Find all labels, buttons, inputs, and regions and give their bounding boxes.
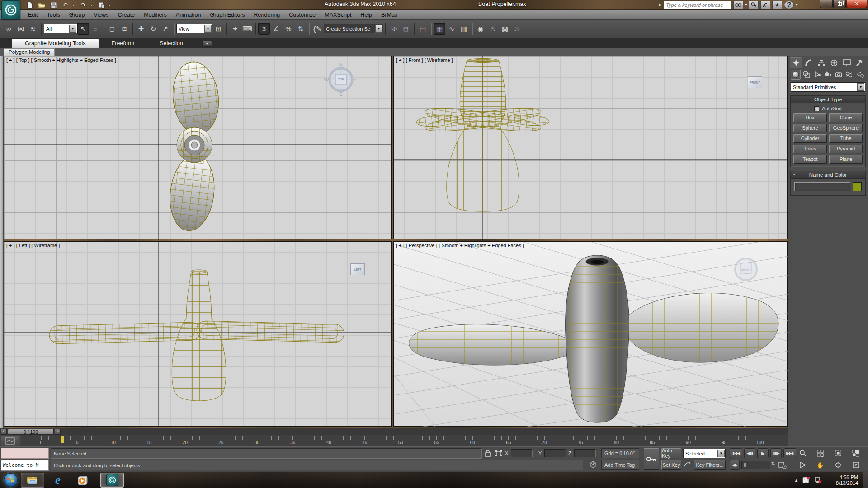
isometric-view-icon[interactable]: [590, 461, 597, 468]
redo-icon[interactable]: ↷: [79, 1, 88, 9]
bind-to-space-warp-icon[interactable]: ≋: [27, 23, 39, 35]
communication-center-icon[interactable]: [760, 1, 770, 9]
save-file-icon[interactable]: [49, 1, 58, 9]
viewport-perspective[interactable]: [ + ] [ Perspective ] [ Smooth + Highlig…: [393, 241, 788, 427]
viewcube-perspective[interactable]: FRONT: [731, 254, 761, 286]
window-crossing-icon[interactable]: ⊡: [118, 23, 130, 35]
viewport-left-label[interactable]: [ + ] [ Left ] [ Wireframe ]: [6, 243, 60, 248]
motion-tab-icon[interactable]: [828, 57, 840, 68]
key-filters-button[interactable]: Key Filters...: [694, 460, 726, 470]
cone-button[interactable]: Cone: [829, 113, 863, 122]
help-icon[interactable]: ?: [784, 1, 794, 9]
help-dropdown-icon[interactable]: ▾: [796, 3, 797, 7]
x-coordinate-field[interactable]: [511, 449, 533, 457]
geometry-category-icon[interactable]: [791, 70, 801, 80]
quick-render-icon[interactable]: ♨: [511, 23, 523, 35]
reference-coordinate-dropdown[interactable]: View▼: [176, 24, 212, 33]
play-button[interactable]: ▶: [757, 448, 769, 458]
minimize-button[interactable]: —: [820, 0, 833, 8]
select-by-name-icon[interactable]: ≡: [90, 23, 101, 35]
material-editor-icon[interactable]: ◉: [475, 23, 486, 35]
zoom-extents-icon[interactable]: [834, 448, 842, 458]
cylinder-button[interactable]: Cylinder: [793, 134, 827, 143]
add-time-tag[interactable]: Add Time Tag: [601, 460, 639, 470]
schematic-view-icon[interactable]: ▥: [458, 23, 470, 35]
project-folder-icon[interactable]: [97, 1, 106, 9]
favorites-star-icon[interactable]: ★: [772, 1, 782, 9]
maximize-viewport-icon[interactable]: [851, 460, 860, 470]
time-configuration-button[interactable]: [778, 461, 787, 469]
geosphere-button[interactable]: GeoSphere: [829, 124, 863, 132]
menu-modifiers[interactable]: Modifiers: [139, 11, 171, 19]
menu-maxscript[interactable]: MAXScript: [320, 11, 356, 19]
search-input[interactable]: [664, 1, 731, 9]
taskbar-3dsmax-button[interactable]: [100, 473, 124, 488]
spinner-snap-icon[interactable]: ⇅: [295, 23, 307, 35]
pan-hand-icon[interactable]: ✋: [816, 460, 825, 470]
redo-dropdown-icon[interactable]: ▾: [90, 3, 94, 7]
subscription-key-icon[interactable]: [749, 1, 759, 9]
plane-button[interactable]: Plane: [829, 155, 863, 164]
select-and-manipulate-icon[interactable]: ✦: [229, 23, 241, 35]
layer-manager-icon[interactable]: ▤: [417, 23, 429, 35]
display-tab-icon[interactable]: [840, 57, 853, 68]
select-object-icon[interactable]: ↖: [77, 23, 89, 35]
key-mode-toggle[interactable]: ◀▶: [730, 460, 740, 470]
hierarchy-tab-icon[interactable]: [815, 57, 827, 68]
object-name-field[interactable]: [794, 182, 850, 191]
menu-customize[interactable]: Customize: [284, 11, 320, 19]
primitive-category-dropdown[interactable]: Standard Primitives▼: [791, 82, 865, 92]
modify-tab-icon[interactable]: [802, 57, 815, 68]
viewcube-left-badge[interactable]: LEFT: [350, 263, 365, 275]
autogrid-checkbox[interactable]: [814, 106, 819, 111]
zoom-all-icon[interactable]: [816, 448, 825, 458]
menu-help[interactable]: Help: [356, 11, 377, 19]
viewport-front[interactable]: [ + ] [ Front ] [ Wireframe ] FRONT: [393, 56, 788, 239]
systems-category-icon[interactable]: [855, 70, 865, 80]
shapes-category-icon[interactable]: [802, 70, 811, 80]
select-and-link-icon[interactable]: ∞: [3, 23, 14, 35]
menu-rendering[interactable]: Rendering: [250, 11, 285, 19]
show-desktop-button[interactable]: [863, 472, 868, 488]
select-and-scale-icon[interactable]: ↗: [160, 23, 171, 35]
start-button[interactable]: [4, 473, 18, 487]
menu-group[interactable]: Group: [65, 11, 90, 19]
mirror-icon[interactable]: ◁▷: [388, 23, 400, 35]
cameras-category-icon[interactable]: [823, 70, 833, 80]
viewport-left[interactable]: [ + ] [ Left ] [ Wireframe ] LEFT: [4, 241, 392, 427]
render-setup-icon[interactable]: ♨: [487, 23, 499, 35]
percent-snap-icon[interactable]: %: [283, 23, 294, 35]
maxscript-listener-output[interactable]: Welcome to M: [1, 460, 49, 471]
object-type-rollout-header[interactable]: - Object Type: [791, 96, 865, 103]
menu-brmax[interactable]: BrMax: [377, 11, 402, 19]
time-marker[interactable]: [61, 436, 64, 443]
use-pivot-center-icon[interactable]: ⊞: [212, 23, 224, 35]
infocenter-expand-icon[interactable]: ▶: [659, 3, 662, 7]
network-status-icon[interactable]: [814, 477, 822, 484]
lights-category-icon[interactable]: [812, 70, 822, 80]
ribbon-minimize-icon[interactable]: ▼: [202, 41, 212, 47]
edit-named-selection-sets-icon[interactable]: {✎: [311, 23, 323, 35]
selection-filter-dropdown[interactable]: All▼: [44, 24, 77, 33]
viewport-top-label[interactable]: [ + ] [ Top ] [ Smooth + Highlights + Ed…: [6, 57, 116, 63]
application-menu-button[interactable]: [1, 0, 20, 19]
selection-lock-icon[interactable]: [485, 450, 491, 457]
named-selection-set-dropdown[interactable]: Create Selection Se▼: [324, 24, 383, 33]
tube-button[interactable]: Tube: [829, 134, 863, 143]
ribbon-tab-graphite[interactable]: Graphite Modeling Tools: [12, 39, 99, 48]
teapot-button[interactable]: Teapot: [793, 155, 827, 164]
time-slider[interactable]: 0 / 100: [8, 429, 54, 435]
menu-create[interactable]: Create: [113, 11, 140, 19]
keyboard-shortcut-override-icon[interactable]: ⌨: [241, 23, 253, 35]
ribbon-tab-freeform[interactable]: Freeform: [99, 39, 147, 48]
object-color-swatch[interactable]: [853, 182, 862, 191]
maxscript-listener-input[interactable]: [1, 448, 49, 459]
zoom-extents-all-icon[interactable]: [851, 448, 860, 458]
go-to-start-button[interactable]: ▮◀◀: [730, 448, 742, 458]
new-scene-icon[interactable]: [25, 1, 34, 9]
viewcube-front-badge[interactable]: FRONT: [748, 76, 762, 88]
mini-curve-editor-button[interactable]: [1, 436, 19, 446]
viewport-perspective-label[interactable]: [ + ] [ Perspective ] [ Smooth + Highlig…: [396, 243, 524, 248]
box-button[interactable]: Box: [793, 113, 827, 122]
taskbar-ie-button[interactable]: e: [46, 473, 70, 488]
